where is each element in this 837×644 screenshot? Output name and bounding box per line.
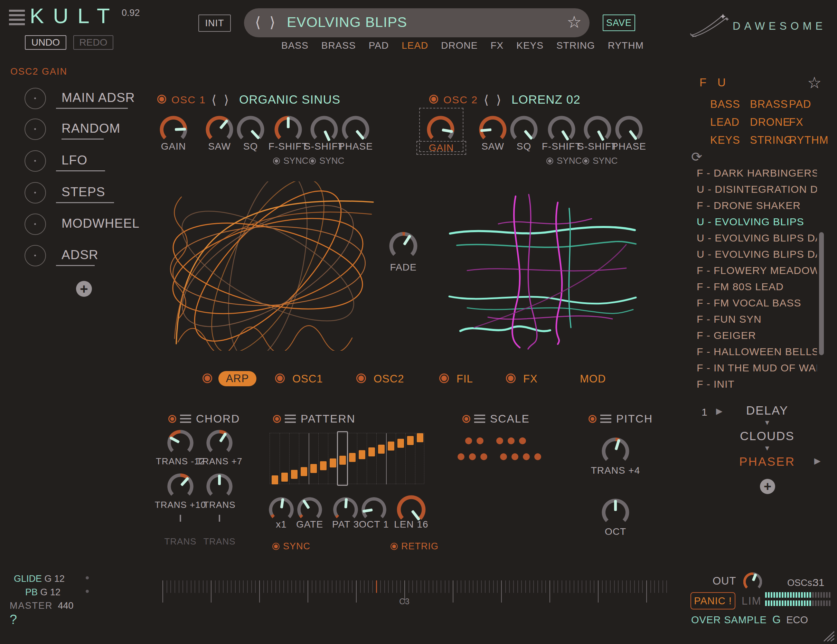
fx-slot-arrow-icon[interactable]: ▶ — [716, 406, 722, 416]
key-tick[interactable] — [412, 580, 413, 593]
key-tick[interactable] — [610, 580, 611, 593]
key-tick[interactable] — [167, 580, 167, 593]
key-tick[interactable] — [179, 580, 179, 593]
osc1-sshift-knob[interactable] — [310, 115, 339, 144]
key-tick[interactable] — [199, 580, 199, 593]
preset-item[interactable]: F - FUN SYN — [697, 311, 817, 327]
key-tick[interactable] — [332, 580, 332, 593]
key-tick[interactable] — [352, 580, 353, 593]
preset-item[interactable]: F - DARK HARBINGERS — [697, 169, 817, 181]
osc2-gain-knob[interactable] — [426, 115, 455, 144]
key-tick[interactable] — [384, 580, 385, 593]
key-tick[interactable] — [441, 580, 441, 593]
key-tick[interactable] — [663, 580, 663, 593]
init-button[interactable]: INIT — [199, 15, 231, 32]
key-tick[interactable] — [505, 580, 506, 593]
browser-favorites-star-icon[interactable]: ☆ — [807, 73, 821, 92]
tab-mod[interactable]: MOD — [580, 373, 606, 385]
key-tick[interactable] — [417, 580, 417, 593]
key-tick[interactable] — [211, 580, 212, 603]
key-tick[interactable] — [356, 580, 357, 603]
key-tick[interactable] — [473, 580, 473, 593]
pattern-step[interactable] — [407, 436, 414, 445]
prev-preset-icon[interactable]: ⟨ — [255, 14, 261, 31]
key-tick[interactable] — [300, 580, 300, 593]
osc2-phase-knob[interactable] — [614, 115, 643, 144]
key-tick[interactable] — [315, 580, 316, 593]
key-tick[interactable] — [642, 580, 643, 593]
pattern-step[interactable] — [349, 453, 356, 462]
chord-trans2-knob[interactable] — [206, 429, 233, 457]
chord-menu-icon[interactable] — [180, 415, 191, 423]
key-tick[interactable] — [509, 580, 510, 593]
limiter-toggle[interactable]: LIM — [742, 595, 762, 607]
browser-filter-string[interactable]: STRING — [750, 134, 789, 146]
osc1-sq-knob[interactable] — [236, 115, 265, 144]
key-tick[interactable] — [654, 580, 655, 593]
category-tab-drone[interactable]: DRONE — [441, 40, 478, 51]
sidebar-item-adsr[interactable]: ADSR — [62, 248, 98, 262]
key-tick[interactable] — [235, 580, 236, 593]
osc2-wave-name[interactable]: LORENZ 02 — [512, 93, 581, 107]
key-tick[interactable] — [638, 580, 639, 593]
scale-dot[interactable] — [465, 438, 472, 444]
key-tick[interactable] — [513, 580, 514, 593]
key-tick[interactable] — [344, 580, 345, 593]
mini-keyboard[interactable]: C3 — [162, 580, 670, 605]
sidebar-item-lfo[interactable]: LFO — [62, 153, 87, 167]
fx-chain-clouds[interactable]: CLOUDS — [733, 429, 802, 443]
pitch-oct-knob[interactable] — [601, 498, 630, 527]
key-tick[interactable] — [324, 580, 325, 593]
category-tab-string[interactable]: STRING — [556, 40, 595, 51]
preset-item[interactable]: F - HALLOWEEN BELLS — [697, 343, 817, 360]
pitch-led[interactable] — [589, 415, 596, 423]
filter-user-toggle[interactable]: U — [717, 76, 726, 89]
key-tick[interactable] — [554, 580, 554, 593]
key-tick[interactable] — [630, 580, 631, 593]
resize-handle-icon[interactable] — [822, 630, 835, 642]
category-tab-pad[interactable]: PAD — [369, 40, 389, 51]
tab-arp[interactable]: ARP — [218, 371, 256, 386]
chord-led[interactable] — [168, 415, 176, 423]
key-tick[interactable] — [182, 580, 183, 593]
key-tick[interactable] — [187, 580, 187, 593]
osc1-sshift-sync-toggle[interactable]: SYNC — [309, 156, 344, 166]
preset-item[interactable]: U - EVOLVING BLIPS DA 2 — [697, 246, 817, 262]
preset-item[interactable]: F - FM 80S LEAD — [697, 279, 817, 295]
key-tick[interactable] — [457, 580, 458, 593]
key-tick[interactable] — [388, 580, 389, 593]
scale-dot[interactable] — [512, 453, 519, 460]
key-tick[interactable] — [328, 580, 328, 593]
key-tick[interactable] — [424, 580, 425, 593]
key-tick[interactable] — [396, 580, 397, 593]
pattern-menu-icon[interactable] — [285, 415, 296, 423]
key-tick[interactable] — [569, 580, 570, 593]
mod-knob-main-adsr[interactable] — [25, 88, 46, 109]
key-tick[interactable] — [223, 580, 223, 593]
key-tick[interactable] — [533, 580, 534, 593]
key-tick[interactable] — [557, 580, 558, 593]
browser-filter-bass[interactable]: BASS — [710, 98, 750, 111]
scale-dot[interactable] — [476, 438, 484, 444]
key-tick[interactable] — [489, 580, 490, 593]
sidebar-item-modwheel[interactable]: MODWHEEL — [62, 216, 140, 231]
key-tick[interactable] — [195, 580, 195, 593]
key-tick[interactable] — [174, 580, 175, 593]
pitch-trans-knob[interactable] — [601, 437, 630, 466]
chord-trans1-knob[interactable] — [167, 429, 194, 457]
pattern-step[interactable] — [359, 450, 365, 459]
pattern-retrig-toggle[interactable]: RETRIG — [391, 541, 438, 552]
master-tune-setting[interactable]: MASTER 440 — [10, 600, 74, 611]
key-tick[interactable] — [219, 580, 220, 593]
key-tick[interactable] — [574, 580, 574, 593]
pattern-step[interactable] — [320, 461, 327, 470]
osc1-fshift-sync-toggle[interactable]: SYNC — [273, 156, 308, 166]
key-tick[interactable] — [658, 580, 659, 593]
key-tick[interactable] — [485, 580, 486, 593]
key-tick[interactable] — [501, 580, 502, 603]
mod-knob-modwheel[interactable] — [25, 213, 46, 235]
key-tick[interactable] — [433, 580, 433, 593]
key-tick[interactable] — [437, 580, 437, 593]
arp-tab-led[interactable] — [202, 374, 212, 383]
scale-dot[interactable] — [469, 453, 476, 460]
